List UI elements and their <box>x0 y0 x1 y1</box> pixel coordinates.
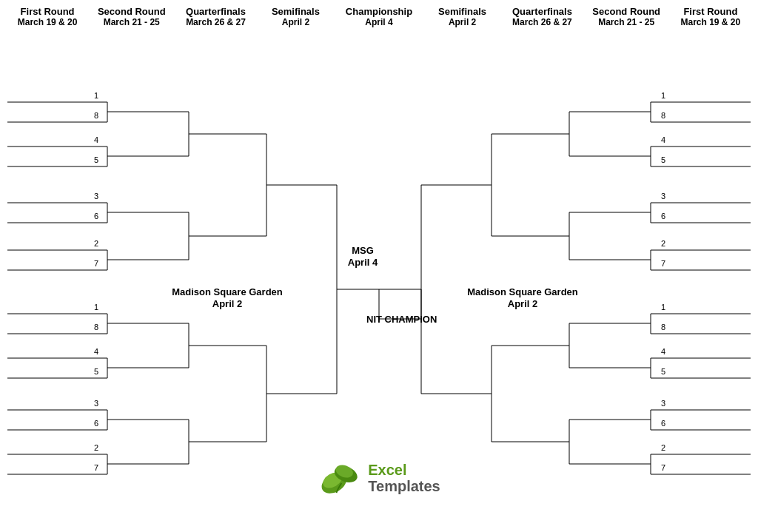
svg-text:3: 3 <box>94 399 98 408</box>
svg-text:4: 4 <box>661 347 665 356</box>
round-name-2: Second Round <box>98 6 166 17</box>
svg-text:2: 2 <box>661 443 665 452</box>
svg-text:April 2: April 2 <box>508 298 537 309</box>
round-header-2: Second Round March 21 - 25 <box>98 6 166 27</box>
round-header-8: Second Round March 21 - 25 <box>592 6 660 27</box>
svg-text:2: 2 <box>94 239 98 248</box>
round-name-6: Semifinals <box>433 6 492 17</box>
logo-text: Excel Templates <box>368 462 440 494</box>
svg-text:1: 1 <box>94 303 98 312</box>
bracket-area: 1 8 4 5 3 6 2 7 <box>0 30 758 511</box>
svg-text:2: 2 <box>661 239 665 248</box>
svg-text:4: 4 <box>94 347 98 356</box>
svg-text:Madison Square Garden: Madison Square Garden <box>467 286 578 297</box>
round-header-1: First Round March 19 & 20 <box>18 6 78 27</box>
round-date-6: April 2 <box>433 17 492 27</box>
round-header-3: Quarterfinals March 26 & 27 <box>186 6 246 27</box>
round-header-4: Semifinals April 2 <box>266 6 325 27</box>
round-date-7: March 26 & 27 <box>512 17 572 27</box>
svg-text:6: 6 <box>661 419 665 428</box>
logo-line1: Excel <box>368 462 440 478</box>
logo-line2: Templates <box>368 478 440 494</box>
round-date-4: April 2 <box>266 17 325 27</box>
svg-text:6: 6 <box>94 212 98 220</box>
bracket-svg: 1 8 4 5 3 6 2 7 <box>0 30 758 511</box>
round-name-3: Quarterfinals <box>186 6 246 17</box>
svg-text:7: 7 <box>661 463 665 472</box>
round-header-5: Championship April 4 <box>346 6 412 27</box>
svg-text:8: 8 <box>661 323 665 331</box>
svg-text:April 2: April 2 <box>212 298 242 309</box>
round-header-7: Quarterfinals March 26 & 27 <box>512 6 572 27</box>
round-header-9: First Round March 19 & 20 <box>681 6 741 27</box>
round-name-1: First Round <box>18 6 78 17</box>
round-date-5: April 4 <box>346 17 412 27</box>
round-name-8: Second Round <box>592 6 660 17</box>
svg-text:5: 5 <box>661 367 665 376</box>
svg-text:6: 6 <box>661 212 665 220</box>
excel-logo-icon <box>318 452 362 504</box>
svg-text:5: 5 <box>94 155 98 164</box>
round-date-8: March 21 - 25 <box>592 17 660 27</box>
svg-text:2: 2 <box>94 443 98 452</box>
svg-text:1: 1 <box>661 91 665 100</box>
svg-text:April 4: April 4 <box>348 257 378 268</box>
svg-text:3: 3 <box>661 192 665 201</box>
round-name-9: First Round <box>681 6 741 17</box>
round-date-9: March 19 & 20 <box>681 17 741 27</box>
svg-text:4: 4 <box>661 135 665 144</box>
svg-text:7: 7 <box>661 259 665 268</box>
svg-text:8: 8 <box>94 111 98 120</box>
svg-text:NIT CHAMPION: NIT CHAMPION <box>366 314 437 325</box>
round-name-5: Championship <box>346 6 412 17</box>
header: First Round March 19 & 20 Second Round M… <box>0 0 758 30</box>
svg-text:MSG: MSG <box>352 245 374 256</box>
svg-text:7: 7 <box>94 259 98 268</box>
svg-text:1: 1 <box>94 91 98 100</box>
svg-text:4: 4 <box>94 135 98 144</box>
svg-text:3: 3 <box>94 192 98 201</box>
svg-text:8: 8 <box>94 323 98 331</box>
svg-text:1: 1 <box>661 303 665 312</box>
svg-text:5: 5 <box>94 367 98 376</box>
round-date-1: March 19 & 20 <box>18 17 78 27</box>
round-name-4: Semifinals <box>266 6 325 17</box>
svg-text:5: 5 <box>661 155 665 164</box>
round-header-6: Semifinals April 2 <box>433 6 492 27</box>
svg-text:Madison Square Garden: Madison Square Garden <box>172 286 283 297</box>
svg-text:8: 8 <box>661 111 665 120</box>
round-date-2: March 21 - 25 <box>98 17 166 27</box>
svg-text:7: 7 <box>94 463 98 472</box>
svg-text:3: 3 <box>661 399 665 408</box>
svg-text:6: 6 <box>94 419 98 428</box>
logo-area: Excel Templates <box>318 452 440 504</box>
round-name-7: Quarterfinals <box>512 6 572 17</box>
round-date-3: March 26 & 27 <box>186 17 246 27</box>
